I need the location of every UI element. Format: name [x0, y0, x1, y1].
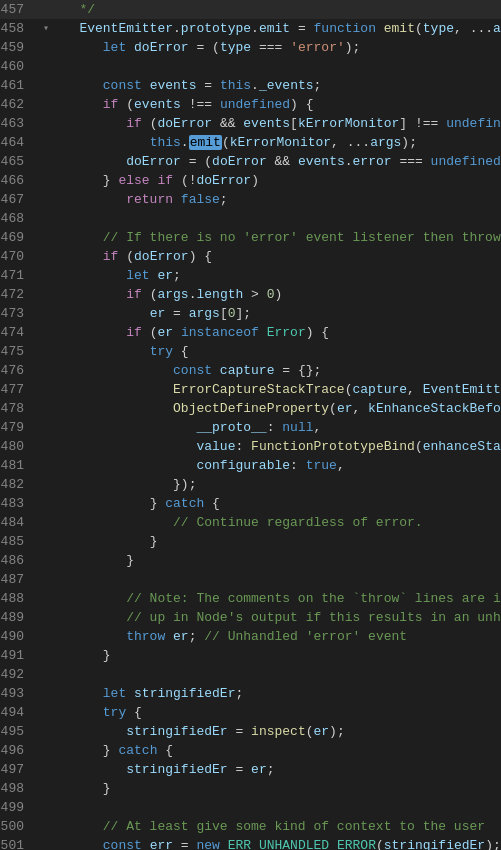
code-line-485: 485 } [0, 532, 501, 551]
line-content-474: if (er instanceof Error) { [52, 323, 501, 342]
line-content-498: } [52, 779, 501, 798]
line-content-466: } else if (!doError) [52, 171, 501, 190]
code-line-466: 466 } else if (!doError) [0, 171, 501, 190]
line-number-457: 457 [0, 0, 40, 19]
line-number-479: 479 [0, 418, 40, 437]
code-line-467: 467 return false; [0, 190, 501, 209]
code-line-469: 469 // If there is no 'error' event list… [0, 228, 501, 247]
line-content-481: configurable: true, [52, 456, 501, 475]
line-content-464: this.emit(kErrorMonitor, ...args); [52, 133, 501, 152]
code-editor: 457 */ 458 ▾ EventEmitter.prototype.emit… [0, 0, 501, 850]
line-number-461: 461 [0, 76, 40, 95]
code-line-475: 475 try { [0, 342, 501, 361]
line-content-480: value: FunctionPrototypeBind(enhanceStac… [52, 437, 501, 456]
code-line-478: 478 ObjectDefineProperty(er, kEnhanceSta… [0, 399, 501, 418]
line-number-491: 491 [0, 646, 40, 665]
code-line-471: 471 let er; [0, 266, 501, 285]
code-line-483: 483 } catch { [0, 494, 501, 513]
line-content-500: // At least give some kind of context to… [52, 817, 501, 836]
line-number-501: 501 [0, 836, 40, 850]
line-content-475: try { [52, 342, 501, 361]
code-line-476: 476 const capture = {}; [0, 361, 501, 380]
line-content-493: let stringifiedEr; [52, 684, 501, 703]
code-line-481: 481 configurable: true, [0, 456, 501, 475]
line-number-499: 499 [0, 798, 40, 817]
line-number-493: 493 [0, 684, 40, 703]
line-number-481: 481 [0, 456, 40, 475]
code-line-473: 473 er = args[0]; [0, 304, 501, 323]
code-line-474: 474 if (er instanceof Error) { [0, 323, 501, 342]
line-content-461: const events = this._events; [52, 76, 501, 95]
line-content-476: const capture = {}; [52, 361, 501, 380]
line-number-463: 463 [0, 114, 40, 133]
code-line-463: 463 if (doError && events[kErrorMonitor]… [0, 114, 501, 133]
code-line-457: 457 */ [0, 0, 501, 19]
line-content-484: // Continue regardless of error. [52, 513, 501, 532]
line-content-482: }); [52, 475, 501, 494]
line-content-473: er = args[0]; [52, 304, 501, 323]
line-content-471: let er; [52, 266, 501, 285]
line-number-470: 470 [0, 247, 40, 266]
line-content-470: if (doError) { [52, 247, 501, 266]
line-content-479: __proto__: null, [52, 418, 501, 437]
code-line-490: 490 throw er; // Unhandled 'error' event [0, 627, 501, 646]
code-line-460: 460 [0, 57, 501, 76]
line-content-459: let doError = (type === 'error'); [52, 38, 501, 57]
line-content-488: // Note: The comments on the `throw` lin… [52, 589, 501, 608]
code-line-465: 465 doError = (doError && events.error =… [0, 152, 501, 171]
code-line-482: 482 }); [0, 475, 501, 494]
line-number-476: 476 [0, 361, 40, 380]
code-line-468: 468 [0, 209, 501, 228]
line-number-471: 471 [0, 266, 40, 285]
code-line-494: 494 try { [0, 703, 501, 722]
line-number-492: 492 [0, 665, 40, 684]
line-content-467: return false; [52, 190, 501, 209]
code-line-461: 461 const events = this._events; [0, 76, 501, 95]
code-line-477: 477 ErrorCaptureStackTrace(capture, Even… [0, 380, 501, 399]
line-number-459: 459 [0, 38, 40, 57]
code-line-501: 501 const err = new ERR_UNHANDLED_ERROR(… [0, 836, 501, 850]
code-line-500: 500 // At least give some kind of contex… [0, 817, 501, 836]
line-number-489: 489 [0, 608, 40, 627]
line-content-483: } catch { [52, 494, 501, 513]
line-content-489: // up in Node's output if this results i… [52, 608, 501, 627]
line-number-486: 486 [0, 551, 40, 570]
line-number-483: 483 [0, 494, 40, 513]
line-number-466: 466 [0, 171, 40, 190]
line-content-490: throw er; // Unhandled 'error' event [52, 627, 501, 646]
code-line-495: 495 stringifiedEr = inspect(er); [0, 722, 501, 741]
code-line-459: 459 let doError = (type === 'error'); [0, 38, 501, 57]
line-number-497: 497 [0, 760, 40, 779]
line-content-465: doError = (doError && events.error === u… [52, 152, 501, 171]
code-line-493: 493 let stringifiedEr; [0, 684, 501, 703]
line-number-465: 465 [0, 152, 40, 171]
line-number-464: 464 [0, 133, 40, 152]
line-number-485: 485 [0, 532, 40, 551]
line-number-495: 495 [0, 722, 40, 741]
line-number-478: 478 [0, 399, 40, 418]
code-line-464: 464 this.emit(kErrorMonitor, ...args); [0, 133, 501, 152]
line-content-457: */ [52, 0, 501, 19]
code-line-462: 462 if (events !== undefined) { [0, 95, 501, 114]
line-number-500: 500 [0, 817, 40, 836]
line-number-475: 475 [0, 342, 40, 361]
code-line-497: 497 stringifiedEr = er; [0, 760, 501, 779]
line-number-498: 498 [0, 779, 40, 798]
line-content-463: if (doError && events[kErrorMonitor] !==… [52, 114, 501, 133]
line-content-462: if (events !== undefined) { [52, 95, 501, 114]
line-content-491: } [52, 646, 501, 665]
line-content-486: } [52, 551, 501, 570]
line-number-484: 484 [0, 513, 40, 532]
code-line-487: 487 [0, 570, 501, 589]
line-content-458: EventEmitter.prototype.emit = function e… [52, 19, 501, 38]
line-content-485: } [52, 532, 501, 551]
code-line-472: 472 if (args.length > 0) [0, 285, 501, 304]
line-content-497: stringifiedEr = er; [52, 760, 501, 779]
line-number-468: 468 [0, 209, 40, 228]
line-number-462: 462 [0, 95, 40, 114]
line-content-472: if (args.length > 0) [52, 285, 501, 304]
line-number-477: 477 [0, 380, 40, 399]
code-line-470: 470 if (doError) { [0, 247, 501, 266]
line-number-472: 472 [0, 285, 40, 304]
line-content-477: ErrorCaptureStackTrace(capture, EventEmi… [52, 380, 501, 399]
